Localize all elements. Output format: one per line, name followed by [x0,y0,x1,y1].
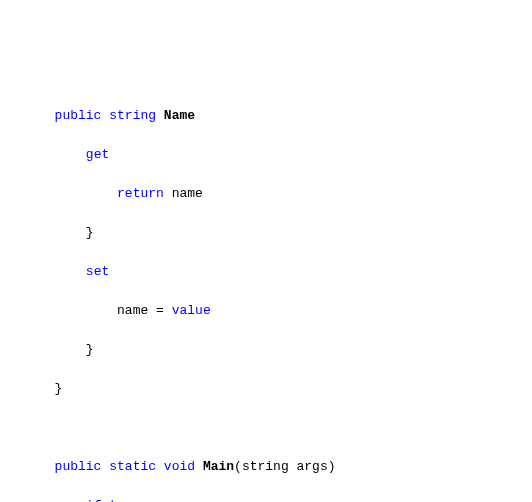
brace: } [55,381,63,396]
keyword-return: return [117,186,164,201]
keyword-string: string [109,108,156,123]
keyword-void: void [164,459,195,474]
code-line[interactable]: public static void Main(string args) [0,457,532,477]
code-line[interactable]: set [0,262,532,282]
brace: } [86,225,94,240]
brace: } [86,342,94,357]
keyword-public: public [55,108,102,123]
keyword-get: get [86,147,109,162]
keyword-public: public [55,459,102,474]
identifier: name [117,303,148,318]
keyword-true: true [109,498,140,503]
code-editor[interactable]: public string Name get return name } set… [0,86,532,502]
code-line[interactable]: } [0,379,532,399]
property-name: Name [164,108,195,123]
method-params: (string args) [234,459,335,474]
keyword-static: static [109,459,156,474]
keyword-value: value [172,303,211,318]
keyword-set: set [86,264,109,279]
code-line[interactable]: return name [0,184,532,204]
code-line[interactable]: public string Name [0,106,532,126]
code-line[interactable]: } [0,223,532,243]
identifier: name [172,186,203,201]
code-line[interactable]: } [0,340,532,360]
operator: = [156,303,164,318]
method-name: Main [203,459,234,474]
code-line[interactable]: if true [0,496,532,503]
code-line[interactable]: get [0,145,532,165]
code-line[interactable] [0,418,532,438]
code-line[interactable]: name = value [0,301,532,321]
keyword-if: if [86,498,102,503]
